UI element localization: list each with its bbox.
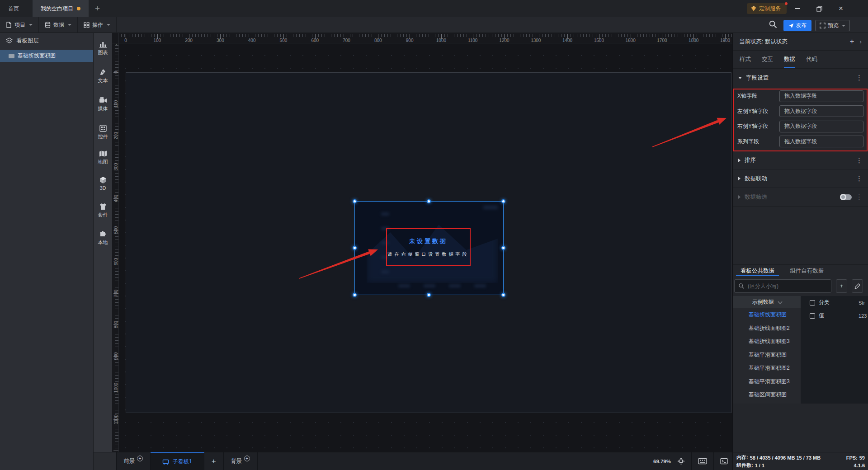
field-label: 右侧Y轴字段	[737, 122, 779, 130]
expand-states-button[interactable]: ›	[859, 38, 862, 45]
link-section-header[interactable]: 数据联动 ⋮	[733, 169, 868, 188]
resize-handle-e[interactable]	[501, 246, 505, 250]
resize-handle-se[interactable]	[501, 293, 505, 297]
field-list-row-value[interactable]: 值 123	[801, 309, 868, 322]
tab-home-label: 首页	[8, 5, 19, 13]
kebab-menu-icon[interactable]: ⋮	[856, 75, 863, 80]
filter-toggle-off[interactable]	[840, 194, 852, 200]
edit-pencil-icon	[854, 283, 860, 289]
h-ruler-label: 0	[124, 38, 127, 43]
foreground-button[interactable]: 前景 +	[117, 452, 151, 470]
subboard-tab-label: 子看板1	[173, 458, 192, 465]
dataset-item[interactable]: 基础平滑面积图	[733, 348, 801, 362]
sort-section-header[interactable]: 排序 ⋮	[733, 151, 868, 169]
kebab-menu-icon[interactable]: ⋮	[856, 176, 863, 181]
add-board-button[interactable]: +	[204, 452, 224, 470]
preview-button[interactable]: 预览	[815, 20, 850, 31]
tab-style[interactable]: 样式	[740, 56, 751, 68]
preview-label: 预览	[828, 22, 839, 29]
checkbox-icon[interactable]	[810, 313, 815, 319]
menu-data[interactable]: 数据	[39, 17, 78, 33]
custom-service-badge[interactable]: 定制服务	[747, 3, 787, 14]
add-state-button[interactable]: +	[844, 37, 859, 46]
widget-kit[interactable]: 套件	[94, 203, 112, 223]
field-row-series: 系列字段 拖入数据字段	[733, 134, 868, 150]
data-search-box[interactable]	[734, 279, 831, 293]
tab-code[interactable]: 代码	[806, 56, 817, 68]
x-axis-drop-zone[interactable]: 拖入数据字段	[779, 90, 863, 102]
shortcut-keys-button[interactable]	[698, 458, 707, 465]
component-thumb-icon	[9, 54, 14, 58]
canvas-area[interactable]: 未设置数据 请在右侧窗口设置数据字段	[119, 43, 732, 452]
background-button[interactable]: 背景 +	[224, 452, 258, 470]
search-button[interactable]	[769, 20, 778, 29]
h-ruler-label: 600	[311, 38, 319, 43]
tab-project[interactable]: 我的空白项目	[33, 0, 89, 17]
dataset-item[interactable]: 基础平滑面积图3	[733, 375, 801, 389]
widget-charts[interactable]: 图表	[94, 41, 112, 61]
resize-handle-s[interactable]	[427, 293, 431, 297]
add-dataset-button[interactable]: +	[836, 279, 847, 293]
v-ruler-label: 900	[113, 349, 118, 363]
series-drop-zone[interactable]: 拖入数据字段	[779, 136, 863, 147]
filter-section-header[interactable]: 数据筛选 ⋮	[733, 188, 868, 207]
widget-3d[interactable]: 3D	[94, 176, 112, 196]
field-list-row-category[interactable]: 分类 Str	[801, 296, 868, 309]
dataset-item[interactable]: 基础折线面积图3	[733, 335, 801, 348]
widget-local[interactable]: 本地	[94, 230, 112, 250]
tab-public-data[interactable]: 看板公共数据	[736, 265, 779, 276]
tab-interaction[interactable]: 交互	[762, 56, 773, 68]
kebab-menu-icon[interactable]: ⋮	[856, 195, 863, 199]
publish-label: 发布	[796, 22, 807, 29]
widget-controls[interactable]: 控件	[94, 125, 112, 145]
console-button[interactable]	[720, 458, 728, 465]
add-background-icon[interactable]: +	[244, 456, 250, 461]
h-ruler-label: 1600	[626, 38, 636, 43]
background-label: 背景	[231, 457, 242, 465]
widget-map[interactable]: 地图	[94, 150, 112, 170]
selected-component[interactable]: 未设置数据 请在右侧窗口设置数据字段	[355, 202, 503, 295]
resize-handle-sw[interactable]	[353, 293, 357, 297]
link-section-title: 数据联动	[745, 175, 767, 183]
right-y-axis-drop-zone[interactable]: 拖入数据字段	[779, 121, 863, 132]
fit-screen-button[interactable]	[677, 457, 685, 465]
menu-operations[interactable]: 操作	[78, 17, 117, 33]
h-ruler-label: 1100	[468, 38, 478, 43]
subboard-tab[interactable]: 子看板1	[151, 452, 204, 470]
resize-handle-w[interactable]	[353, 246, 357, 250]
close-button[interactable]: ×	[831, 0, 851, 17]
resize-handle-ne[interactable]	[501, 199, 505, 203]
add-foreground-icon[interactable]: +	[137, 456, 143, 461]
resize-handle-n[interactable]	[427, 199, 431, 203]
resize-handle-nw[interactable]	[353, 199, 357, 203]
restore-button[interactable]	[809, 0, 829, 17]
menu-project[interactable]: 项目	[0, 17, 39, 33]
layer-item-label: 基础折线面积图	[18, 52, 56, 60]
dataset-dropdown[interactable]: 示例数据	[733, 296, 801, 308]
h-ruler-label: 1400	[562, 38, 572, 43]
dataset-item[interactable]: 基础折线面积图2	[733, 322, 801, 335]
current-state-label: 当前状态: 默认状态	[739, 38, 788, 46]
h-ruler: 0100200300400500600700800900100011001200…	[119, 33, 732, 43]
edit-dataset-button[interactable]	[852, 279, 863, 293]
new-tab-button[interactable]: +	[89, 0, 106, 17]
minimize-icon	[795, 8, 800, 9]
left-y-axis-drop-zone[interactable]: 拖入数据字段	[779, 105, 863, 117]
minimize-button[interactable]	[788, 0, 807, 17]
data-search-input[interactable]	[748, 283, 827, 289]
widget-media[interactable]: 媒体	[94, 97, 112, 117]
dataset-item[interactable]: 基础折线面积图	[733, 308, 801, 322]
tab-own-data[interactable]: 组件自有数据	[785, 265, 828, 276]
tab-data[interactable]: 数据	[784, 56, 795, 68]
paper-plane-icon	[788, 23, 794, 28]
checkbox-icon[interactable]	[810, 300, 815, 306]
widget-text[interactable]: 文本	[94, 69, 112, 89]
tab-home[interactable]: 首页	[0, 0, 27, 17]
field-settings-header[interactable]: 字段设置 ⋮	[733, 69, 868, 87]
layer-item-basic-line-area[interactable]: 基础折线面积图	[0, 50, 93, 62]
version-label: 4.1.6	[854, 463, 865, 468]
publish-button[interactable]: 发布	[783, 20, 811, 31]
dataset-item[interactable]: 基础区间面积图	[733, 388, 801, 402]
dataset-item[interactable]: 基础平滑面积图2	[733, 362, 801, 375]
kebab-menu-icon[interactable]: ⋮	[856, 158, 863, 163]
